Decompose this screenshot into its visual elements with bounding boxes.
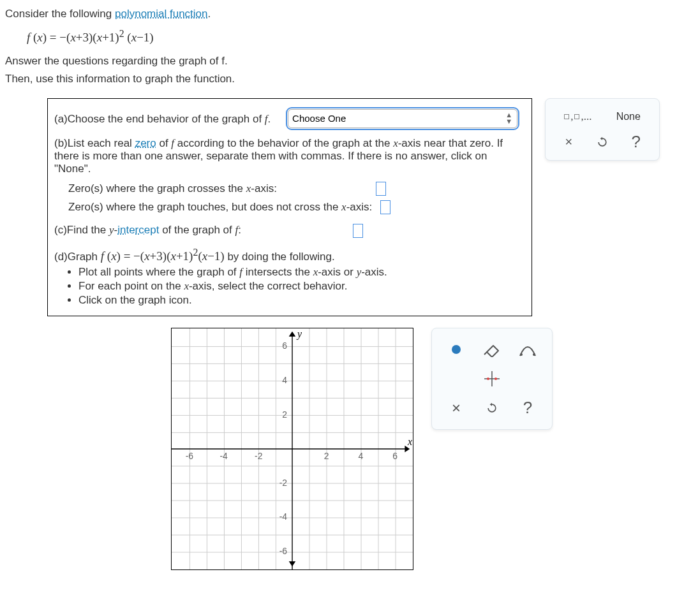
intro-line2: Answer the questions regarding the graph… — [5, 54, 679, 69]
undo-icon — [596, 136, 609, 149]
svg-text:6: 6 — [392, 451, 398, 461]
svg-text:x: x — [407, 436, 412, 447]
intro-line1-post: . — [208, 8, 211, 20]
svg-text:2: 2 — [324, 451, 329, 461]
palette-close-button[interactable]: × — [556, 131, 581, 153]
graph-plot-tool[interactable] — [479, 367, 505, 391]
zeros-cross-row: Zero(s) where the graph crosses the x-ax… — [68, 182, 525, 196]
polynomial-function-link[interactable]: polynomial function — [115, 8, 208, 20]
part-c: (c)Find the y-intercept of the graph of … — [54, 224, 525, 238]
part-c-label: (c) — [54, 224, 67, 236]
point-tool[interactable] — [443, 337, 470, 362]
end-behavior-select[interactable]: Choose One — [288, 109, 517, 128]
zeros-touch-label: Zero(s) where the graph touches, but doe… — [68, 201, 372, 213]
graph-tool-palette: × ? — [431, 328, 553, 430]
palette-undo-button[interactable] — [590, 131, 615, 153]
part-a-text: Choose the end behavior of the graph of … — [68, 112, 271, 124]
graph-icon — [483, 370, 501, 388]
intro-line1-pre: Consider the following — [5, 8, 115, 20]
intro-line3: Then, use this information to graph the … — [5, 71, 679, 87]
graph-help-button[interactable]: ? — [514, 396, 541, 420]
part-d-label: (d) — [54, 251, 68, 263]
svg-text:4: 4 — [359, 451, 364, 461]
part-a-label: (a) — [54, 112, 68, 124]
zeros-touch-row: Zero(s) where the graph touches, but doe… — [68, 200, 525, 215]
zero-link[interactable]: zero — [135, 137, 156, 149]
palette-help-button[interactable]: ? — [623, 131, 649, 153]
undo-icon — [486, 402, 498, 414]
zeros-cross-input[interactable] — [376, 182, 386, 196]
svg-text:-6: -6 — [186, 451, 194, 461]
d-bullet-2: For each point on the x-axis, select the… — [78, 280, 525, 293]
svg-text:2: 2 — [282, 409, 287, 420]
part-b: (b)List each real zero of f according to… — [54, 137, 525, 215]
graph-close-button[interactable]: × — [443, 396, 470, 420]
svg-point-41 — [520, 353, 523, 356]
list-input-hint-icon[interactable]: ,,... — [564, 110, 591, 123]
svg-text:y: y — [296, 328, 302, 340]
part-d: (d)Graph f (x) = −(x+3)(x+1)2(x−1) by do… — [54, 247, 525, 307]
svg-text:-2: -2 — [279, 478, 288, 488]
main-formula: f (x) = −(x+3)(x+1)2 (x−1) — [27, 28, 679, 45]
d-bullet-1: Plot all points where the graph of f int… — [78, 266, 525, 279]
point-icon — [449, 342, 463, 356]
zeros-touch-input[interactable] — [380, 200, 390, 214]
d-bullet-3: Click on the graph icon. — [78, 294, 525, 307]
eraser-icon — [483, 342, 501, 357]
coordinate-grid: -6 -4 -2 2 4 6 6 4 2 -2 -4 -6 x y — [172, 328, 413, 569]
svg-text:4: 4 — [282, 374, 287, 385]
svg-text:-4: -4 — [219, 451, 228, 461]
graph-undo-button[interactable] — [479, 396, 505, 420]
eraser-tool[interactable] — [479, 337, 505, 362]
part-d-text: Graph f (x) = −(x+3)(x+1)2(x−1) by doing… — [68, 251, 335, 263]
answer-palette: ,,... None × ? — [545, 98, 660, 161]
intercept-link[interactable]: intercept — [117, 224, 159, 236]
svg-text:6: 6 — [282, 341, 287, 351]
curve-icon — [519, 342, 537, 357]
svg-point-45 — [487, 378, 489, 380]
svg-point-46 — [494, 378, 497, 380]
part-c-text: Find the y-intercept of the graph of f: — [67, 224, 241, 236]
svg-text:-2: -2 — [255, 451, 263, 461]
svg-point-42 — [533, 353, 535, 356]
y-intercept-input[interactable] — [353, 224, 363, 238]
curve-tool[interactable] — [514, 337, 541, 362]
svg-text:-6: -6 — [279, 546, 288, 556]
part-b-text: List each real zero of f according to th… — [54, 137, 503, 175]
part-b-label: (b) — [54, 137, 68, 149]
graph-canvas[interactable]: -6 -4 -2 2 4 6 6 4 2 -2 -4 -6 x y — [171, 328, 413, 570]
question-box: (a)Choose the end behavior of the graph … — [47, 98, 532, 316]
zeros-cross-label: Zero(s) where the graph crosses the x-ax… — [68, 182, 277, 194]
svg-point-40 — [452, 345, 461, 354]
part-a: (a)Choose the end behavior of the graph … — [54, 105, 525, 128]
svg-text:-4: -4 — [279, 511, 288, 522]
none-button[interactable]: None — [616, 111, 641, 122]
intro-block: Consider the following polynomial functi… — [5, 6, 679, 87]
